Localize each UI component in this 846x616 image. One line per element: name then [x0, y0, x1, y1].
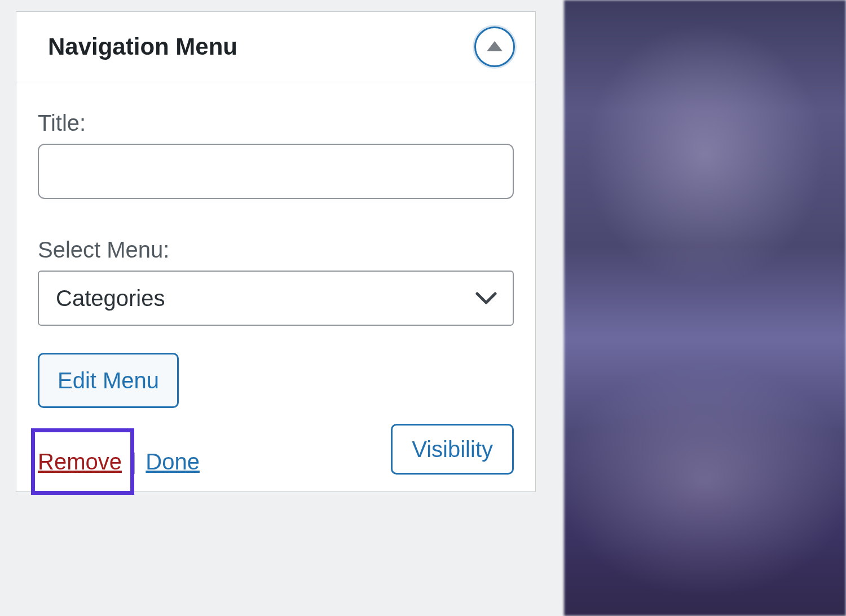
- select-menu-label: Select Menu:: [38, 237, 514, 263]
- visibility-button[interactable]: Visibility: [391, 424, 514, 475]
- widget-header: Navigation Menu: [16, 12, 535, 82]
- navigation-menu-widget: Navigation Menu Title: Select Menu: Cate…: [16, 11, 536, 492]
- edit-menu-button[interactable]: Edit Menu: [38, 353, 179, 408]
- triangle-up-icon: [487, 41, 503, 51]
- select-menu-field: Select Menu: Categories: [38, 237, 514, 326]
- remove-link[interactable]: Remove: [38, 449, 122, 475]
- footer-links: Remove | Done: [38, 449, 200, 475]
- background-image-strip: [564, 0, 846, 616]
- widget-footer: Remove | Done Visibility: [38, 424, 514, 475]
- link-separator: |: [131, 449, 136, 475]
- title-input[interactable]: [38, 144, 514, 199]
- select-menu-dropdown[interactable]: Categories: [38, 271, 514, 326]
- title-field-label: Title:: [38, 110, 514, 136]
- done-link[interactable]: Done: [146, 449, 200, 475]
- widget-body: Title: Select Menu: Categories Edit Menu…: [16, 82, 535, 491]
- widget-title: Navigation Menu: [48, 33, 237, 60]
- collapse-button[interactable]: [474, 26, 515, 67]
